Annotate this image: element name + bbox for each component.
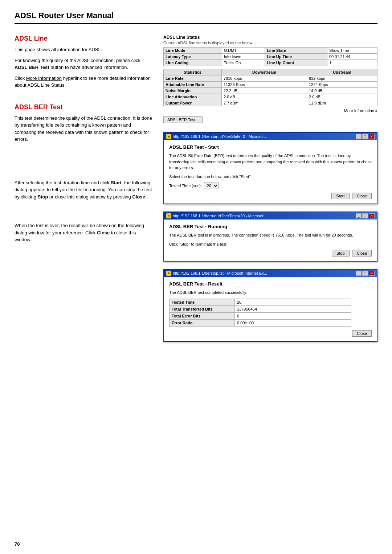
result-row-3-label: Total Error Bits [170, 312, 235, 319]
dialog1-tested-time-row: Tested Time (sec): 20 [169, 182, 372, 189]
line-mode-label: Line Mode [164, 48, 222, 54]
dialog3-minimize-btn[interactable]: _ [356, 271, 362, 276]
dialog2-stop-button[interactable]: Stop [332, 250, 350, 257]
dialog1-tested-time-select[interactable]: 20 [204, 182, 219, 189]
line-state-value: Show Time [327, 48, 377, 54]
dialog2-minimize-btn[interactable]: _ [356, 213, 362, 218]
stats-col1-header: Statistics [164, 69, 222, 75]
adsl-line-section: ADSL Line This page shows all informatio… [15, 35, 152, 89]
adsl-line-para3-prefix: Click [15, 75, 26, 81]
output-power-label: Output Power [164, 100, 222, 106]
line-atten-label: Line Attenuation [164, 94, 222, 100]
dialog1-buttons: Start Close [169, 193, 372, 199]
result-row-2-value: 137950464 [235, 305, 351, 312]
dialog2-close-btn[interactable]: ✕ [369, 213, 375, 218]
dialog2-titlebar: e http://192.168.1.1/berrun.trf?berTime=… [164, 212, 377, 219]
ber-test-button[interactable]: ADSL BER Test... [163, 116, 203, 123]
result-row-1: Tested Time 20 [170, 299, 351, 305]
adsl-ber-para2: After selecting the test duration time a… [15, 179, 152, 201]
dialog1-body: ADSL BER Test - Start The ADSL Bit Error… [164, 140, 377, 204]
line-info-table: Line Mode G.DMT Line State Show Time Lat… [163, 47, 377, 66]
line-up-count-label: Line Up Count [265, 60, 327, 66]
result-row-1-label: Tested Time [170, 299, 235, 305]
dialog2-body: ADSL BER Test - Running The ADSL BER tes… [164, 219, 377, 261]
line-coding-value: Trellis On [222, 60, 265, 66]
line-status-subtitle: Current ADSL line status is displayed as… [163, 41, 377, 45]
dialog1-close-button[interactable]: Close [352, 193, 372, 199]
adsl-ber-test-section: ADSL BER Test This test determines the q… [15, 103, 152, 143]
adsl-line-para2-prefix: For knowing the quality of the ADSL conn… [15, 58, 140, 63]
result-row-4-label: Error Ratio [170, 319, 235, 326]
line-mode-value: G.DMT [222, 48, 265, 54]
dialog3-titlebar-left: e http://192.168.1.1/berstop.tst - Micro… [166, 271, 267, 276]
adsl-line-title: ADSL Line [15, 35, 152, 42]
attainable-label: Attainable Line Rate [164, 82, 222, 88]
dialog1-close-btn[interactable]: ✕ [369, 134, 375, 139]
page-wrapper: ADSL Router User Manual ADSL Line This p… [0, 0, 392, 554]
page-title: ADSL Router User Manual [15, 11, 114, 20]
result-row-2-label: Total Transferred Bits [170, 305, 235, 312]
stats-table: Statistics Downstream Upstream Line Rate… [163, 69, 377, 106]
dialog2-para: The ADSL BER test is in progress. The co… [169, 232, 372, 238]
dialog2-title: ADSL BER Test - Running [169, 224, 372, 229]
line-up-count-value: 1 [327, 60, 377, 66]
dialog1-title: ADSL BER Test - Start [169, 144, 372, 150]
result-row-1-value: 20 [235, 299, 351, 305]
noise-margin-down: 22.2 dB [222, 88, 307, 94]
noise-margin-up: 14.0 dB [307, 88, 377, 94]
result-row-3-value: 0 [235, 312, 351, 319]
result-row-4-value: 0.00e+00 [235, 319, 351, 326]
adsl-line-para1: This page shows all information for ADSL… [15, 46, 152, 53]
result-table: Tested Time 20 Total Transferred Bits 13… [169, 299, 351, 327]
line-rate-down: 7616 kbps [222, 75, 307, 82]
dialog1-titlebar-left: e http://192.168.1.1/berstart.trf?berSta… [166, 134, 267, 139]
dialog2-ie-icon: e [166, 213, 171, 218]
adsl-ber-test-para1: This test determines the quality of the … [15, 115, 152, 143]
left-column: ADSL Line This page shows all informatio… [15, 35, 152, 349]
dialog1-controls: _ □ ✕ [356, 134, 375, 139]
line-up-time-label: Line Up Time [265, 54, 327, 60]
adsl-line-para3: Click More Information hyperlink to see … [15, 75, 152, 89]
dialog1-restore-btn[interactable]: □ [362, 134, 368, 139]
content-area: ADSL Line This page shows all informatio… [15, 35, 377, 349]
para2-bold1: Start [111, 180, 122, 185]
dialog3-titlebar: e http://192.168.1.1/berstop.tst - Micro… [164, 270, 377, 277]
line-state-label: Line State [265, 48, 327, 54]
latency-type-value: Interleave [222, 54, 265, 60]
dialog3-titlebar-text: http://192.168.1.1/berstop.tst - Microso… [173, 271, 267, 275]
page-number: 78 [15, 541, 20, 547]
dialog3-para: The ADSL BER test completed successfully… [169, 290, 372, 296]
ber-test-button-container: ADSL BER Test... [163, 116, 377, 127]
stats-col3-header: Upstream [307, 69, 377, 75]
dialog3-restore-btn[interactable]: □ [362, 271, 368, 276]
attainable-down: 11328 Kbps [222, 82, 307, 88]
dialog3-buttons: Close [169, 330, 372, 337]
result-row-3: Total Error Bits 0 [170, 312, 351, 319]
more-information-link[interactable]: More Information [26, 75, 62, 81]
dialog3-close-button[interactable]: Close [352, 330, 372, 337]
dialog2-restore-btn[interactable]: □ [362, 213, 368, 218]
adsl-line-status-section: ADSL Line Status Current ADSL line statu… [163, 35, 377, 127]
dialog1-titlebar: e http://192.168.1.1/berstart.trf?berSta… [164, 133, 377, 140]
dialog1-ie-icon: e [166, 134, 171, 139]
dialog2-close-button[interactable]: Close [352, 250, 372, 257]
line-rate-up: 832 kbps [307, 75, 377, 82]
output-power-up: 11.9 dBm [307, 100, 377, 106]
dialog1-start-button[interactable]: Start [331, 193, 349, 199]
dialog1-minimize-btn[interactable]: _ [356, 134, 362, 139]
latency-type-label: Latency Type [164, 54, 222, 60]
dialog2-controls: _ □ ✕ [356, 213, 375, 218]
adsl-line-para2: For knowing the quality of the ADSL conn… [15, 57, 152, 71]
dialog1-instruction: Select the test duration below and click… [169, 174, 372, 180]
para2-suffix: or close this dialog window by pressing [48, 194, 132, 200]
line-atten-down: 2.0 dB [222, 94, 307, 100]
result-row-4: Error Ratio 0.00e+00 [170, 319, 351, 326]
dialog2-titlebar-left: e http://192.168.1.1/berrun.trf?berTime=… [166, 213, 267, 218]
more-info-link[interactable]: More Information » [344, 108, 377, 113]
para3-bold: Close [97, 230, 110, 235]
dialog-ber-result: e http://192.168.1.1/berstop.tst - Micro… [163, 269, 377, 342]
adsl-ber-test-title: ADSL BER Test [15, 103, 152, 111]
para2-bold2: Stop [38, 194, 48, 200]
line-rate-label: Line Rate [164, 75, 222, 82]
dialog3-close-btn[interactable]: ✕ [369, 271, 375, 276]
